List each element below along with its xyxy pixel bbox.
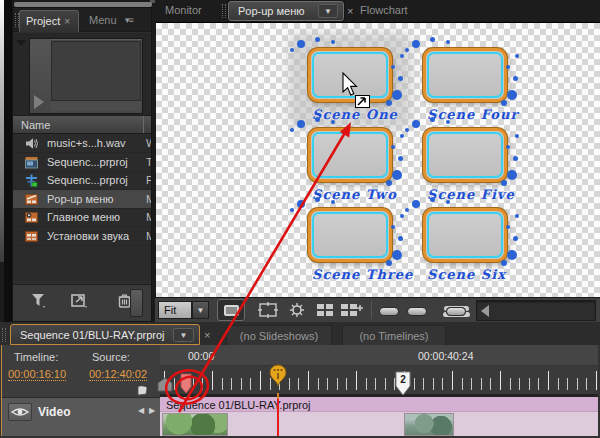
close-icon[interactable]: × [204, 329, 210, 341]
time-ruler[interactable] [160, 366, 598, 394]
ruler-tick [414, 378, 415, 390]
column-header-name[interactable]: Name [13, 115, 151, 134]
tab-no-timelines[interactable]: (no Timelines) [342, 325, 446, 345]
video-track-header: Video ◀ ▶ [2, 397, 160, 436]
safe-area-toggle-button[interactable] [217, 299, 245, 321]
decoration-dot [290, 208, 294, 212]
zoom-level-select[interactable]: Fit [158, 301, 192, 319]
chapter-marker-1[interactable] [180, 373, 192, 394]
chapter-marker-2[interactable]: 2 [395, 371, 411, 396]
menu-editor-canvas: Scene OneScene FourScene TwoScene FiveSc… [156, 22, 600, 297]
poster-frame-icon[interactable] [156, 377, 174, 393]
ruler-tick [433, 378, 434, 390]
ruler-tick [471, 378, 472, 390]
horizontal-scrollbar[interactable] [476, 300, 596, 321]
scene-button[interactable]: Scene Six [423, 208, 507, 262]
tab-popup-menu[interactable]: Pop-up меню ▼ [228, 1, 344, 21]
grid-add-icon[interactable] [340, 302, 364, 318]
decoration-dot [391, 145, 395, 149]
tab-sequence-label: Sequence 01/BLU-RAY.prproj [20, 329, 165, 341]
tab-flowchart[interactable]: Flowchart [360, 4, 408, 16]
scrollbar-thumb[interactable] [130, 289, 143, 317]
scene-label: Scene Four [427, 107, 518, 122]
decoration-dot [400, 134, 404, 138]
new-item-icon[interactable] [71, 293, 89, 309]
decoration-dot [331, 120, 335, 124]
decoration-dot [290, 48, 294, 52]
panel-grip[interactable] [222, 4, 226, 18]
chevron-down-icon[interactable]: ▼ [318, 4, 338, 18]
column-separator[interactable] [143, 116, 144, 133]
tab-sequence[interactable]: Sequence 01/BLU-RAY.prproj ▼ [10, 324, 200, 345]
preview-screen [51, 41, 141, 101]
decoration-dot [501, 260, 507, 266]
play-icon[interactable] [34, 95, 44, 109]
track-visibility-button[interactable] [8, 403, 32, 421]
decoration-dot [315, 117, 320, 122]
decoration-dot [506, 225, 510, 229]
timeline-timecode[interactable]: 00:00:16:10 [8, 368, 66, 381]
asset-row[interactable]: Pop-up менюM [13, 190, 151, 209]
decoration-dot [507, 170, 517, 180]
show-normal-highlight-button[interactable] [379, 307, 399, 316]
track-prev-icon[interactable]: ◀ [138, 406, 144, 415]
scene-thumbnail [423, 48, 507, 102]
ruler-header: 00:00 00:00:40:24 [160, 345, 598, 366]
ruler-tick [289, 378, 290, 390]
decoration-dot [515, 54, 519, 58]
decoration-dot [405, 48, 409, 52]
scene-label: Scene One [312, 107, 398, 122]
disclosure-triangle-icon[interactable] [16, 40, 26, 46]
asset-row[interactable]: Установки звукаM [13, 227, 151, 246]
chevron-down-icon[interactable]: ▼ [173, 328, 194, 342]
clip-name: Sequence 01/BLU-RAY.prproj [166, 399, 311, 411]
video-clip[interactable]: Sequence 01/BLU-RAY.prproj [160, 397, 598, 436]
scene-button[interactable]: Scene Two [308, 128, 392, 182]
decoration-dot [297, 200, 305, 208]
tab-no-slideshows[interactable]: (no Slideshows) [226, 325, 332, 345]
ruler-tick [529, 378, 530, 390]
decoration-dot [446, 200, 450, 204]
ruler-tick [241, 378, 242, 390]
decoration-dot [398, 236, 403, 241]
scene-label: Scene Five [427, 187, 515, 202]
project-panel: Project× Menu ▾≡ Name music+s...h.wavWSe… [12, 7, 152, 322]
track-next-icon[interactable]: ▶ [149, 406, 155, 415]
tab-monitor[interactable]: Monitor [165, 4, 202, 16]
asset-row[interactable]: Главное менюM [13, 208, 151, 227]
ruler-tick [308, 371, 309, 390]
title-safe-icon[interactable] [258, 302, 278, 318]
timeline-label: Timeline: [14, 351, 58, 363]
panel-grip[interactable] [2, 328, 6, 342]
close-icon[interactable]: × [64, 16, 70, 27]
ruler-tick [231, 378, 232, 390]
asset-row[interactable]: Sequenc...prprojT [13, 153, 151, 172]
show-selected-highlight-button[interactable] [407, 307, 427, 316]
scene-button[interactable]: Scene Three [308, 208, 392, 262]
asset-type-clipped: P [146, 174, 151, 186]
chevron-down-icon[interactable]: ▼ [192, 301, 209, 319]
panel-menu-icon[interactable]: ▾≡ [125, 15, 133, 25]
tab-project[interactable]: Project× [19, 10, 79, 32]
audio-icon [25, 137, 38, 152]
scroll-left-icon[interactable] [481, 305, 489, 317]
editor-toolbar: Fit ▼ [155, 297, 600, 322]
filter-icon[interactable] [31, 293, 48, 309]
source-timecode[interactable]: 00:12:40:02 [89, 368, 147, 381]
ruler-tick [337, 378, 338, 390]
tab-menu[interactable]: Menu [89, 8, 117, 26]
cti-playhead-marker[interactable] [269, 364, 287, 394]
close-icon[interactable]: × [347, 5, 353, 17]
scene-button[interactable]: Scene Four [423, 48, 507, 102]
decoration-dot [331, 40, 335, 44]
grid-view-icon[interactable] [316, 302, 334, 318]
asset-row[interactable]: music+s...h.wavW [13, 134, 151, 153]
show-activated-highlight-button[interactable] [446, 307, 466, 316]
decoration-dot [430, 197, 435, 202]
playhead-line[interactable] [277, 399, 279, 436]
eye-icon [9, 404, 31, 420]
scene-button[interactable]: Scene Five [423, 128, 507, 182]
guides-icon[interactable] [288, 302, 306, 318]
asset-row[interactable]: Sequenc...prprojP [13, 171, 151, 190]
decoration-dot [405, 128, 409, 132]
